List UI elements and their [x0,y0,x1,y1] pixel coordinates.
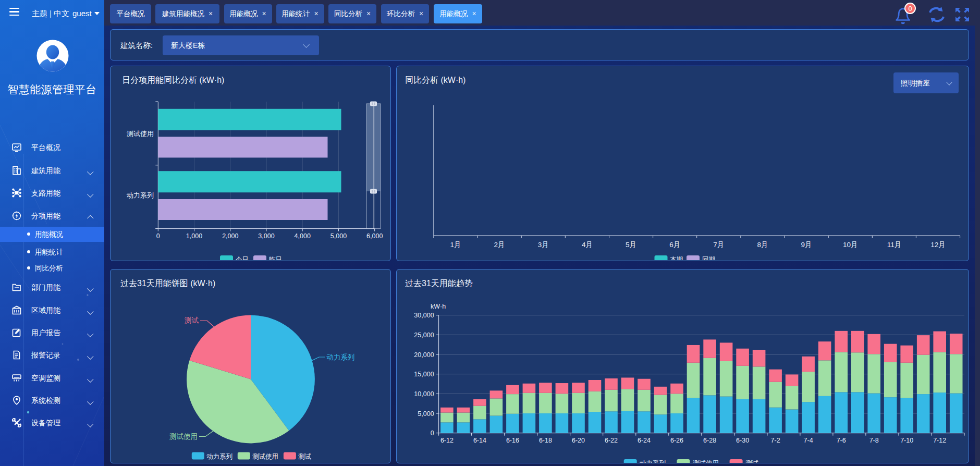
svg-text:15,000: 15,000 [414,371,434,378]
svg-text:动力系列: 动力系列 [326,353,354,361]
svg-text:测试使用: 测试使用 [693,460,719,463]
svg-text:2月: 2月 [494,241,505,249]
svg-text:动力系列: 动力系列 [127,191,154,199]
svg-text:测试使用: 测试使用 [169,433,198,440]
svg-text:昨日: 昨日 [269,256,282,260]
svg-text:0: 0 [908,5,912,13]
svg-text:7-10: 7-10 [900,437,913,444]
svg-text:7-4: 7-4 [804,437,813,444]
svg-text:过去31天用能趋势: 过去31天用能趋势 [405,279,473,288]
svg-text:今日: 今日 [236,256,249,260]
svg-text:测试: 测试 [298,453,312,460]
svg-text:过去31天用能饼图 (kW·h): 过去31天用能饼图 (kW·h) [120,279,215,288]
svg-text:测试使用: 测试使用 [252,453,278,460]
svg-text:kW·h: kW·h [431,303,446,310]
svg-text:测试: 测试 [745,460,759,463]
svg-text:0: 0 [156,232,160,240]
svg-text:6月: 6月 [669,241,680,249]
svg-text:5月: 5月 [626,241,636,249]
svg-text:6-14: 6-14 [473,437,486,444]
svg-text:6-18: 6-18 [539,437,552,444]
svg-text:3月: 3月 [538,241,549,249]
svg-text:5,000: 5,000 [418,410,434,418]
svg-text:动力系列: 动力系列 [640,460,666,463]
svg-text:9月: 9月 [801,241,812,249]
svg-text:7-6: 7-6 [837,437,846,444]
svg-text:25,000: 25,000 [414,332,434,339]
svg-text:1,000: 1,000 [186,232,202,240]
svg-text:5,000: 5,000 [330,232,347,240]
svg-text:测试使用: 测试使用 [127,130,154,138]
svg-text:日分项用能同比分析 (kW·h): 日分项用能同比分析 (kW·h) [122,76,224,84]
svg-text:7-12: 7-12 [933,437,946,444]
svg-text:1月: 1月 [450,241,461,249]
svg-text:同比分析 (kW·h): 同比分析 (kW·h) [405,76,466,84]
svg-text:30,000: 30,000 [414,312,434,319]
svg-text:10,000: 10,000 [414,390,434,398]
svg-text:12月: 12月 [930,241,946,249]
svg-text:6-20: 6-20 [572,437,585,444]
svg-text:2,000: 2,000 [222,232,238,240]
svg-text:6-22: 6-22 [605,437,618,444]
svg-text:4,000: 4,000 [295,232,311,240]
svg-text:7-8: 7-8 [869,437,879,444]
svg-text:4月: 4月 [582,241,593,249]
svg-text:6-12: 6-12 [440,437,454,444]
svg-text:3,000: 3,000 [258,232,274,240]
svg-text:7月: 7月 [713,241,724,249]
svg-text:动力系列: 动力系列 [206,453,232,460]
svg-text:20,000: 20,000 [414,351,434,359]
svg-text:7-2: 7-2 [771,437,780,444]
svg-text:11月: 11月 [887,241,902,249]
svg-text:8月: 8月 [757,241,768,249]
svg-text:6-16: 6-16 [506,437,519,444]
svg-text:6-30: 6-30 [736,437,749,444]
svg-text:6,000: 6,000 [366,232,383,240]
svg-text:6-28: 6-28 [703,437,716,444]
svg-text:本期: 本期 [670,256,683,260]
svg-text:0: 0 [431,430,434,437]
svg-text:同期: 同期 [702,256,715,260]
svg-text:测试: 测试 [185,316,199,324]
svg-text:6-24: 6-24 [638,437,651,444]
svg-text:6-26: 6-26 [670,437,683,444]
svg-text:10月: 10月 [843,241,858,249]
